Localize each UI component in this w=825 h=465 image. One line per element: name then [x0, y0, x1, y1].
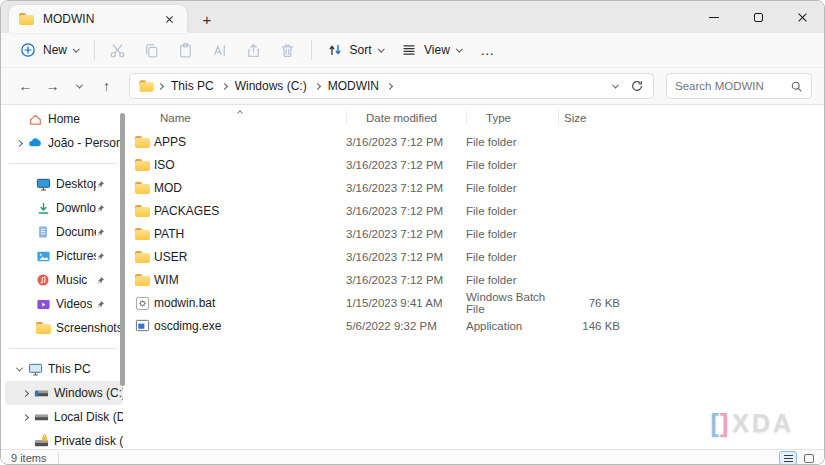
sidebar-item-local-disk-d[interactable]: Local Disk (D:)	[5, 405, 123, 429]
maximize-button[interactable]	[736, 1, 780, 33]
forward-button[interactable]: →	[40, 74, 65, 99]
tab-title: MODWIN	[43, 12, 94, 26]
address-bar[interactable]: This PC Windows (C:) MODWIN	[129, 73, 654, 99]
list-lines-icon	[401, 42, 417, 58]
breadcrumb-this-pc[interactable]: This PC	[167, 77, 218, 95]
pin-icon	[96, 300, 105, 309]
toolbar-separator	[94, 40, 95, 60]
watermark-text: XDA	[732, 409, 794, 438]
folder-icon	[134, 249, 150, 265]
sort-button[interactable]: Sort	[318, 37, 393, 63]
address-row: ← → ↑ This PC Windows (C:) MODWIN	[1, 68, 824, 105]
chevron-right-icon	[21, 389, 28, 396]
sidebar-divider	[9, 348, 117, 349]
details-view-toggle[interactable]	[779, 451, 797, 465]
folder-icon	[134, 157, 150, 173]
table-row[interactable]: PACKAGES 3/16/2023 7:12 PM File folder	[134, 199, 824, 222]
pin-icon	[96, 276, 105, 285]
table-row[interactable]: MOD 3/16/2023 7:12 PM File folder	[134, 176, 824, 199]
sort-arrows-icon	[327, 42, 343, 58]
column-header-name[interactable]: Name	[134, 105, 346, 130]
new-button[interactable]: New	[11, 37, 88, 63]
sidebar-item-private-disk-s[interactable]: Private disk (S:	[5, 429, 123, 449]
chevron-right-icon	[221, 82, 228, 89]
copy-button[interactable]	[135, 37, 169, 63]
table-row[interactable]: ISO 3/16/2023 7:12 PM File folder	[134, 153, 824, 176]
pin-icon	[96, 252, 105, 261]
sidebar-item-screenshots[interactable]: Screenshots	[5, 316, 123, 340]
onedrive-icon	[27, 135, 43, 151]
table-row[interactable]: oscdimg.exe 5/6/2022 9:32 PM Application…	[134, 314, 824, 337]
sidebar-item-pictures[interactable]: Pictures	[5, 244, 123, 268]
sidebar-item-desktop[interactable]: Desktop	[5, 172, 123, 196]
sidebar-item-documents[interactable]: Documents	[5, 220, 123, 244]
search-input[interactable]	[675, 80, 790, 92]
sidebar-item-home[interactable]: Home	[5, 107, 123, 131]
search-box[interactable]	[666, 73, 812, 99]
plus-circle-icon	[20, 42, 36, 58]
table-row[interactable]: APPS 3/16/2023 7:12 PM File folder	[134, 130, 824, 153]
tab-close-button[interactable]	[161, 11, 177, 27]
folder-icon	[134, 272, 150, 288]
large-icons-view-icon	[804, 454, 814, 463]
sidebar-item-videos[interactable]: Videos	[5, 292, 123, 316]
delete-button[interactable]	[271, 37, 305, 63]
sidebar-item-windows-c[interactable]: Windows (C:)	[5, 381, 123, 405]
pictures-icon	[35, 248, 51, 264]
title-bar: MODWIN +	[1, 1, 824, 33]
downloads-icon	[35, 200, 51, 216]
table-row[interactable]: modwin.bat 1/15/2023 9:41 AM Windows Bat…	[134, 291, 824, 314]
command-toolbar: New Sort View …	[1, 33, 824, 68]
file-list: Name Date modified Type Size APPS 3/16/2…	[127, 105, 824, 449]
watermark-bracket-left: [	[711, 409, 720, 438]
minimize-button[interactable]	[692, 1, 736, 33]
videos-icon	[35, 296, 51, 312]
chevron-down-icon	[378, 45, 384, 51]
share-button[interactable]	[237, 37, 271, 63]
large-icons-view-toggle[interactable]	[800, 451, 818, 465]
sidebar-item-onedrive[interactable]: João - Personal	[5, 131, 123, 155]
recent-locations-button[interactable]	[67, 74, 92, 99]
view-button[interactable]: View	[392, 37, 470, 63]
computer-icon	[27, 361, 43, 377]
table-row[interactable]: USER 3/16/2023 7:12 PM File folder	[134, 245, 824, 268]
folder-icon	[35, 320, 51, 336]
address-dropdown-icon[interactable]	[612, 81, 619, 88]
up-button[interactable]: ↑	[94, 74, 119, 99]
chevron-right-icon	[314, 82, 321, 89]
sidebar-scrollbar[interactable]	[120, 113, 125, 386]
refresh-icon[interactable]	[630, 79, 644, 93]
pin-icon	[96, 228, 105, 237]
rename-button[interactable]	[203, 37, 237, 63]
column-header-date-modified[interactable]: Date modified	[346, 105, 466, 130]
sidebar-item-downloads[interactable]: Downloads	[5, 196, 123, 220]
windows-drive-icon	[33, 385, 49, 401]
column-header-type[interactable]: Type	[466, 105, 558, 130]
details-view-icon	[784, 455, 793, 462]
tab-modwin[interactable]: MODWIN	[9, 5, 187, 33]
search-icon	[790, 80, 803, 93]
sidebar-item-this-pc[interactable]: This PC	[5, 357, 123, 381]
minimize-icon	[709, 17, 719, 18]
folder-icon	[134, 134, 150, 150]
see-more-button[interactable]: …	[470, 42, 505, 58]
sidebar-item-music[interactable]: Music	[5, 268, 123, 292]
cut-button[interactable]	[101, 37, 135, 63]
back-button[interactable]: ←	[13, 74, 38, 99]
breadcrumb-modwin[interactable]: MODWIN	[324, 77, 383, 95]
sidebar-divider	[9, 163, 117, 164]
column-header-size[interactable]: Size	[558, 105, 630, 130]
application-icon	[134, 318, 150, 334]
desktop-icon	[35, 176, 51, 192]
paste-button[interactable]	[169, 37, 203, 63]
table-row[interactable]: WIM 3/16/2023 7:12 PM File folder	[134, 268, 824, 291]
breadcrumb-windows-c[interactable]: Windows (C:)	[231, 77, 311, 95]
status-separator	[58, 453, 59, 464]
folder-icon	[134, 226, 150, 242]
table-row[interactable]: PATH 3/16/2023 7:12 PM File folder	[134, 222, 824, 245]
chevron-right-icon	[15, 139, 22, 146]
locked-drive-icon	[33, 433, 49, 449]
new-tab-button[interactable]: +	[195, 7, 219, 31]
close-button[interactable]	[780, 1, 824, 33]
chevron-down-icon	[15, 364, 22, 371]
